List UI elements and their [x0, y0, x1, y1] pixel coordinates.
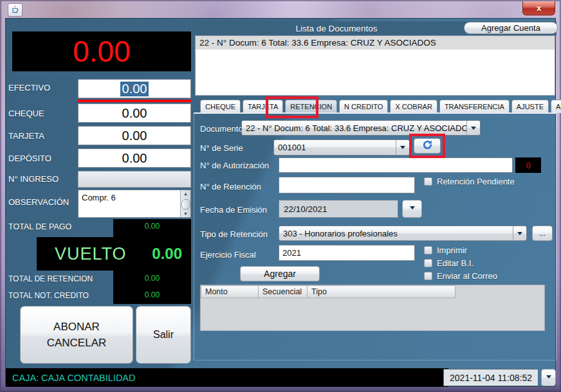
documento-dropdown[interactable]: 22 - N° Docum: 6 Total: 33.6 Empresa: CR… [241, 120, 481, 136]
column-header-monto[interactable]: Monto [201, 285, 259, 298]
tab-bar: CHEQUE TARJETA RETENCION N CREDITO X COB… [200, 100, 561, 113]
scroll-down-icon[interactable]: ▼ [181, 210, 190, 217]
total-credito-label: TOTAL NOT. CREDITO [8, 291, 89, 300]
observacion-scrollbar[interactable]: ▲ ▼ [180, 190, 190, 217]
autorizacion-input[interactable] [279, 157, 513, 173]
fecha-value: 22/10/2021 [284, 204, 327, 214]
total-pago-label: TOTAL DE PAGO [8, 222, 71, 231]
chevron-down-icon[interactable] [466, 121, 480, 135]
tipo-value: 303 - Honorarios profesionales [283, 229, 513, 238]
chevron-down-icon [546, 375, 551, 381]
vuelto-display: VUELTO 0.00 [37, 237, 191, 271]
scrollbar-thumb[interactable] [181, 199, 190, 209]
fecha-field[interactable]: 22/10/2021 [279, 200, 398, 218]
ejercicio-label: Ejercicio Fiscal [200, 250, 256, 260]
tipo-dropdown[interactable]: 303 - Honorarios profesionales [279, 226, 527, 241]
abonar-line2: CANCELAR [24, 335, 129, 352]
retencion-pendiente-label: Retención Pendiente [437, 177, 515, 186]
total-pago-value: 0.00 [113, 220, 191, 232]
chevron-down-icon[interactable] [513, 226, 526, 240]
total-retencion-label: TOTAL DE RETENCION [8, 274, 93, 283]
refresh-button[interactable] [414, 138, 441, 154]
agregar-cuenta-button[interactable]: Agregar Cuenta [464, 22, 558, 34]
observacion-label: OBSERVACIÓN [8, 197, 69, 207]
active-field-underline [78, 100, 191, 102]
amount-display: 0.00 [12, 31, 191, 71]
column-header-secuencial[interactable]: Secuencial [259, 285, 308, 298]
close-icon: x [537, 3, 541, 13]
serie-dropdown[interactable]: 001001 [273, 139, 410, 156]
scroll-up-icon[interactable]: ▲ [181, 190, 190, 197]
efectivo-label: EFECTIVO [8, 83, 50, 93]
vuelto-label: VUELTO [55, 244, 127, 264]
deposito-input[interactable] [78, 148, 191, 168]
imprimir-checkbox[interactable] [424, 246, 432, 254]
datetime-value: 2021-11-04 11:08:52 [450, 373, 532, 383]
efectivo-selected-value: 0.00 [120, 82, 149, 96]
tarjeta-label: TARJETA [8, 131, 44, 141]
tab-retencion[interactable]: RETENCION [285, 100, 337, 113]
chevron-down-icon [410, 206, 415, 212]
document-list-item[interactable]: 22 - N° Docum: 6 Total: 33.6 Empresa: CR… [196, 36, 555, 49]
retenciones-table[interactable]: Monto Secuencial Tipo [200, 285, 545, 331]
chevron-down-icon[interactable] [396, 140, 409, 155]
amount-display-value: 0.00 [73, 34, 131, 69]
fecha-label: Fecha de Emisión [200, 205, 267, 215]
tab-n-credito[interactable]: N CREDITO [339, 100, 388, 113]
tab-cheque[interactable]: CHEQUE [200, 100, 241, 113]
deposito-label: DEPÓSITO [8, 154, 51, 163]
editar-bi-checkbox[interactable] [424, 259, 432, 267]
observacion-value: Compr. 6 [82, 193, 116, 202]
tarjeta-input[interactable] [78, 126, 191, 145]
numero-retencion-label: N° de Retención [200, 182, 261, 192]
total-credito-value: 0.00 [113, 289, 191, 301]
salir-button[interactable]: Salir [136, 306, 191, 364]
observacion-field[interactable]: Compr. 6 ▲ ▼ [78, 190, 191, 218]
enviar-correo-label: Enviar al Correo [437, 271, 497, 281]
client-area: 0.00 EFECTIVO 0.00 CHEQUE TARJETA DEPÓSI… [5, 18, 556, 387]
vuelto-value: 0.00 [152, 245, 182, 263]
datetime-dropdown-button[interactable] [541, 369, 556, 386]
table-header-row: Monto Secuencial Tipo [201, 285, 544, 298]
autorizacion-counter-value: 0 [526, 161, 530, 170]
agregar-button[interactable]: Agregar [240, 266, 320, 281]
fecha-dropdown-button[interactable] [402, 200, 422, 218]
column-header-tipo[interactable]: Tipo [308, 285, 455, 298]
autorizacion-label: N° de Autorización [200, 161, 269, 170]
document-listbox[interactable]: 22 - N° Docum: 6 Total: 33.6 Empresa: CR… [195, 35, 555, 96]
serie-label: N° de Serie [200, 143, 243, 153]
tab-aux[interactable]: AUX [551, 100, 561, 113]
tipo-label: Tipo de Retención [200, 229, 268, 239]
total-retencion-value: 0.00 [113, 272, 191, 284]
serie-value: 001001 [278, 143, 396, 152]
datetime-field[interactable]: 2021-11-04 11:08:52 [443, 369, 538, 386]
cheque-input[interactable] [78, 103, 191, 123]
imprimir-label: Imprimir [437, 245, 467, 255]
cheque-label: CHEQUE [8, 109, 44, 118]
application-window: x 0.00 EFECTIVO 0.00 CHEQUE TARJETA DEPÓ… [0, 0, 561, 392]
tab-transferencia[interactable]: TRANSFERENCIA [439, 100, 510, 113]
numero-retencion-input[interactable] [279, 177, 415, 193]
abonar-cancelar-button[interactable]: ABONAR CANCELAR [20, 306, 133, 364]
editar-bi-label: Editar B.I. [437, 258, 474, 268]
autorizacion-counter: 0 [515, 157, 541, 173]
java-icon [11, 4, 19, 16]
refresh-icon [422, 139, 433, 150]
document-list-title: Lista de Documentos [296, 24, 455, 33]
documento-value: 22 - N° Docum: 6 Total: 33.6 Empresa: CR… [246, 123, 466, 133]
tipo-more-button[interactable]: ... [532, 226, 553, 241]
ejercicio-input[interactable] [279, 245, 415, 261]
tab-tarjeta[interactable]: TARJETA [243, 100, 283, 113]
documento-label: Documento [200, 124, 243, 134]
enviar-correo-checkbox[interactable] [424, 272, 432, 280]
ingreso-label: N° INGRESO [8, 174, 59, 184]
app-icon-button[interactable] [8, 3, 23, 17]
status-bar: CAJA: CAJA CONTABILIDAD [6, 368, 448, 387]
retencion-pendiente-checkbox[interactable] [424, 177, 432, 186]
close-button[interactable]: x [522, 1, 555, 15]
efectivo-input[interactable]: 0.00 [78, 79, 191, 98]
ingreso-input[interactable] [78, 171, 191, 188]
abonar-line1: ABONAR [24, 319, 129, 335]
tab-ajuste[interactable]: AJUSTE [511, 100, 549, 113]
tab-x-cobrar[interactable]: X COBRAR [390, 100, 437, 113]
